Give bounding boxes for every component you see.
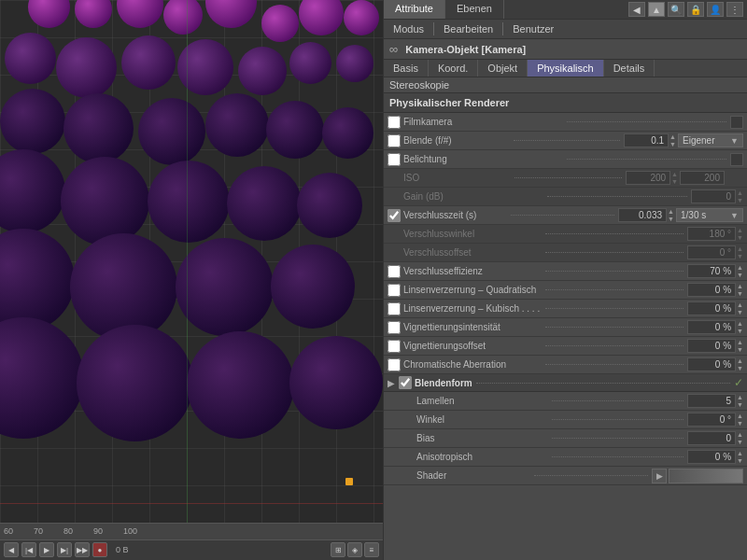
value-blende[interactable]: 0.1 [624, 133, 669, 147]
section-title: Physikalischer Renderer [384, 93, 747, 113]
timeline-controls: ◀ |◀ ▶ ▶| ▶▶ ● 0 B ⊞ ◈ ≡ [0, 540, 383, 560]
arrows-vignett1[interactable]: ▲▼ [737, 320, 743, 334]
timeline-btn-record[interactable]: ● [92, 542, 107, 557]
sphere [297, 173, 362, 238]
arrows-blende[interactable]: ▲▼ [669, 133, 676, 147]
check-linsenverz2[interactable] [388, 302, 401, 315]
label-verschlusseffizienz: Verschlusseffizienz [403, 266, 542, 276]
arrows-gain: ▲▼ [737, 189, 743, 203]
value-linsenverz1[interactable]: 0 % [687, 283, 736, 297]
value-linsenverz2[interactable]: 0 % [687, 301, 736, 315]
subtab-details[interactable]: Details [604, 60, 655, 77]
value-verschlusszeit[interactable]: 0.033 [618, 208, 667, 222]
prop-shader: Shader ▶ [384, 467, 747, 485]
arrows-linsenverz2[interactable]: ▲▼ [737, 301, 743, 315]
prop-anisotropisch: Anisotropisch 0 % ▲▼ [384, 448, 747, 467]
tab-ebenen[interactable]: Ebenen [445, 0, 504, 19]
arrows-verschlusswinkel: ▲▼ [737, 227, 743, 241]
check-verschlusszeit[interactable] [388, 209, 401, 222]
check-blendenform[interactable] [399, 376, 412, 389]
toolbar-modus[interactable]: Modus [389, 22, 428, 35]
arrows-verschlussoffset: ▲▼ [737, 245, 743, 259]
dots-shader [534, 475, 648, 476]
timeline-icon-3[interactable]: ≡ [364, 542, 379, 557]
sphere [271, 245, 355, 329]
viewport[interactable]: 60 70 80 90 100 ◀ |◀ ▶ ▶| ▶▶ ● 0 B ⊞ ◈ ≡ [0, 0, 383, 560]
check-linsenverz1[interactable] [388, 284, 401, 297]
label-vignett2: Vignettierungsoffset [403, 341, 542, 351]
timeline-icon-2[interactable]: ◈ [347, 542, 362, 557]
prop-verschlussoffset: Verschlussoffset 0 ° ▲▼ [384, 244, 747, 262]
value-winkel[interactable]: 0 ° [687, 413, 736, 427]
dots-vignett1 [545, 327, 684, 328]
check-verschlusseffizienz[interactable] [388, 265, 401, 278]
subtab-basis[interactable]: Basis [384, 60, 429, 77]
subtab-objekt[interactable]: Objekt [478, 60, 528, 77]
prop-iso: ISO 200 ▲▼ 200 [384, 169, 747, 188]
icon-arrow-left[interactable]: ◀ [628, 2, 645, 17]
value-vignett2[interactable]: 0 % [687, 339, 736, 353]
dots-iso [514, 177, 622, 178]
ruler-90: 90 [93, 526, 103, 536]
timeline-btn-play[interactable]: ▶ [39, 542, 54, 557]
value-iso: 200 [626, 171, 670, 185]
arrows-verschlusszeit[interactable]: ▲▼ [668, 208, 674, 222]
check-vignett2[interactable] [388, 340, 401, 353]
check-blende[interactable] [388, 134, 401, 147]
icon-user[interactable]: 👤 [707, 2, 724, 17]
timeline-btn-step-next[interactable]: ▶| [57, 542, 72, 557]
sphere [336, 45, 374, 82]
sphere [289, 42, 331, 84]
arrows-winkel[interactable]: ▲▼ [737, 413, 743, 427]
check-vignett1[interactable] [388, 321, 401, 334]
value-lamellen[interactable]: 5 [687, 394, 736, 408]
subtab-physikalisch[interactable]: Physikalisch [528, 60, 604, 77]
icon-search[interactable]: 🔍 [668, 2, 684, 17]
dots-linsenverz1 [545, 289, 684, 290]
check-belichtung[interactable] [388, 153, 401, 166]
dots-gain [547, 196, 687, 197]
tab-attribute[interactable]: Attribute [384, 0, 445, 19]
stereo-label[interactable]: Stereoskopie [389, 79, 449, 91]
subtab-koord[interactable]: Koord. [429, 60, 478, 77]
timeline-btn-step-prev[interactable]: |◀ [21, 542, 36, 557]
arrows-chromaber[interactable]: ▲▼ [737, 357, 743, 371]
blendenform-header: ▶ Blendenform ✓ [384, 374, 747, 392]
arrows-linsenverz1[interactable]: ▲▼ [737, 283, 743, 297]
label-iso: ISO [403, 173, 511, 183]
sphere [5, 33, 56, 84]
value-chromaber[interactable]: 0 % [687, 357, 736, 371]
blendenform-arrow[interactable]: ▶ [388, 378, 395, 388]
value-anisotropisch[interactable]: 0 % [687, 450, 736, 464]
arrows-anisotropisch[interactable]: ▲▼ [737, 450, 743, 464]
arrows-vignett2[interactable]: ▲▼ [737, 339, 743, 353]
value-bias[interactable]: 0 [687, 431, 736, 445]
arrows-lamellen[interactable]: ▲▼ [737, 394, 743, 408]
icon-arrow-right[interactable]: ▲ [648, 2, 665, 17]
value-verschlusseffizienz[interactable]: 70 % [687, 264, 736, 278]
prop-chromaber: Chromatische Aberration 0 % ▲▼ [384, 356, 747, 374]
arrows-bias[interactable]: ▲▼ [737, 431, 743, 445]
toolbar-bearbeiten[interactable]: Bearbeiten [440, 22, 497, 35]
check-chromaber[interactable] [388, 358, 401, 371]
arrows-verschlusseffizienz[interactable]: ▲▼ [737, 264, 743, 278]
select-blende[interactable]: Eigener ▼ [678, 133, 743, 147]
toolbar: Modus Bearbeiten Benutzer [384, 20, 747, 39]
dots-blende [514, 140, 620, 141]
dots-verschlussoffset [545, 252, 684, 253]
label-winkel: Winkel [416, 414, 548, 425]
check-filmkamera[interactable] [388, 116, 401, 129]
toolbar-benutzer[interactable]: Benutzer [509, 22, 557, 35]
prop-vignett1: Vignettierungsintensität 0 % ▲▼ [384, 318, 747, 337]
select-verschlusszeit[interactable]: 1/30 s ▼ [676, 208, 743, 222]
label-vignett1: Vignettierungsintensität [403, 322, 542, 332]
shader-btn[interactable]: ▶ [652, 469, 667, 483]
prop-linsenverz2: Linsenverzerrung – Kubisch . . . . 0 % ▲… [384, 300, 747, 318]
value-vignett1[interactable]: 0 % [687, 320, 736, 334]
dots-bias [552, 438, 684, 439]
icon-more[interactable]: ⋮ [726, 2, 743, 17]
icon-lock[interactable]: 🔒 [687, 2, 704, 17]
timeline-btn-prev[interactable]: ◀ [4, 542, 19, 557]
timeline-icon-1[interactable]: ⊞ [331, 542, 345, 557]
timeline-btn-next[interactable]: ▶▶ [75, 542, 90, 557]
